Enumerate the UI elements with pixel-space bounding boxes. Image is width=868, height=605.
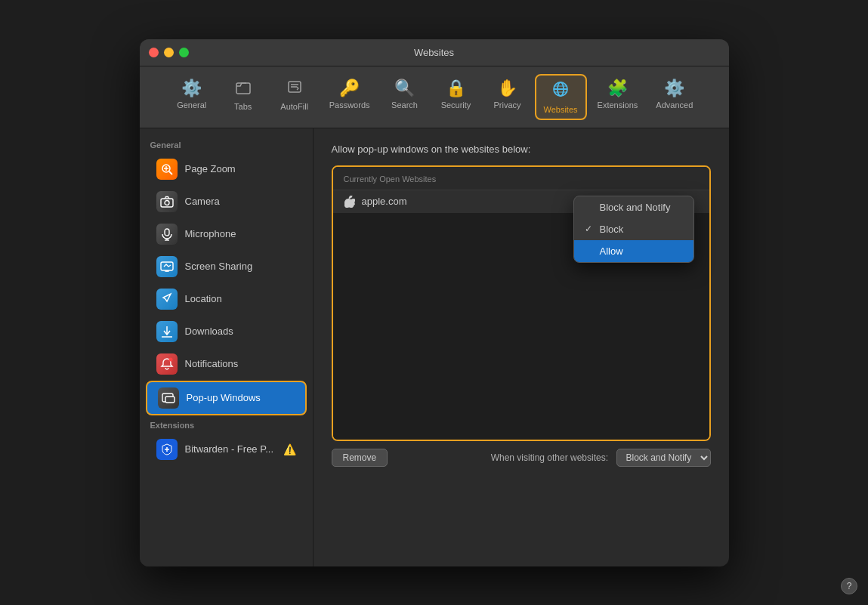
toolbar-label-autofill: AutoFill: [280, 102, 308, 111]
toolbar-item-autofill[interactable]: AutoFill: [270, 74, 319, 120]
toolbar-item-search[interactable]: 🔍 Search: [381, 74, 429, 120]
advanced-icon: ⚙️: [664, 79, 684, 98]
site-name: apple.com: [362, 196, 407, 207]
sidebar-item-downloads[interactable]: Downloads: [146, 316, 307, 347]
toolbar-item-security[interactable]: 🔒 Security: [432, 74, 480, 120]
main-window: Websites ⚙️ General Tabs: [140, 39, 729, 566]
dropdown-label-block: Block: [600, 224, 624, 235]
toolbar-item-general[interactable]: ⚙️ General: [168, 74, 216, 120]
toolbar-label-advanced: Advanced: [656, 100, 693, 110]
screen-sharing-icon: [156, 256, 178, 277]
toolbar-label-privacy: Privacy: [493, 100, 520, 110]
sidebar-label-page-zoom: Page Zoom: [185, 163, 236, 174]
svg-rect-0: [236, 83, 250, 94]
websites-table: Currently Open Websites apple.com: [332, 165, 711, 441]
sidebar-label-location: Location: [185, 293, 222, 304]
page-description: Allow pop-up windows on the websites bel…: [332, 144, 711, 155]
visiting-control: When visiting other websites: Block and …: [491, 449, 711, 467]
visiting-select[interactable]: Block and Notify Block Allow: [616, 449, 711, 467]
maximize-button[interactable]: [179, 48, 189, 57]
dropdown-label-block-notify: Block and Notify: [600, 202, 671, 213]
minimize-button[interactable]: [164, 48, 174, 57]
sidebar-item-screen-sharing[interactable]: Screen Sharing: [146, 251, 307, 282]
notifications-icon: [156, 353, 178, 375]
close-button[interactable]: [149, 48, 159, 57]
toolbar-label-tabs: Tabs: [234, 102, 252, 111]
bottom-bar: Remove When visiting other websites: Blo…: [332, 441, 711, 467]
location-icon: [156, 289, 178, 310]
extensions-icon: 🧩: [607, 79, 628, 98]
toolbar-item-privacy[interactable]: ✋ Privacy: [483, 74, 532, 120]
page-zoom-icon: [156, 159, 178, 180]
check-none-1: [585, 202, 595, 212]
sidebar-label-popup-windows: Pop-up Windows: [187, 392, 261, 403]
warning-icon: ⚠️: [283, 443, 296, 455]
microphone-icon: [156, 224, 178, 245]
sidebar-item-notifications[interactable]: Notifications: [146, 348, 307, 380]
sidebar-label-bitwarden: Bitwarden - Free P...: [185, 443, 274, 455]
websites-icon: [551, 80, 570, 103]
sidebar-section-extensions: Extensions: [140, 416, 313, 433]
downloads-icon: [156, 321, 178, 342]
sidebar-item-popup-windows[interactable]: Pop-up Windows: [146, 381, 307, 415]
check-none-2: [585, 245, 595, 256]
camera-icon: [156, 191, 178, 212]
search-icon: 🔍: [394, 79, 415, 98]
toolbar-label-security: Security: [441, 100, 471, 110]
dropdown-item-allow[interactable]: Allow: [574, 240, 693, 262]
sidebar-label-camera: Camera: [185, 196, 220, 207]
sidebar-item-page-zoom[interactable]: Page Zoom: [146, 153, 307, 185]
visiting-label: When visiting other websites:: [491, 452, 608, 463]
autofill-icon: [286, 79, 303, 100]
content-area: General Page Zoom: [140, 128, 729, 566]
svg-point-23: [168, 357, 172, 361]
svg-rect-15: [165, 229, 169, 236]
bitwarden-icon: [156, 439, 178, 460]
toolbar-label-search: Search: [391, 100, 418, 110]
window-title: Websites: [414, 47, 454, 58]
toolbar: ⚙️ General Tabs AutoFill: [140, 66, 729, 128]
toolbar-item-passwords[interactable]: 🔑 Passwords: [322, 74, 378, 120]
dropdown-item-block[interactable]: ✓ Block: [574, 218, 693, 240]
table-header: Currently Open Websites: [333, 167, 709, 190]
table-header-text: Currently Open Websites: [344, 174, 437, 184]
dropdown-menu: Block and Notify ✓ Block Allow: [573, 196, 694, 263]
check-mark-icon: ✓: [585, 224, 595, 234]
general-icon: ⚙️: [181, 79, 202, 98]
sidebar-item-bitwarden[interactable]: Bitwarden - Free P... ⚠️: [146, 434, 307, 465]
security-icon: 🔒: [446, 79, 466, 98]
svg-line-10: [169, 171, 172, 174]
table-row-left: apple.com: [344, 196, 407, 208]
sidebar-item-camera[interactable]: Camera: [146, 186, 307, 218]
svg-rect-18: [161, 262, 173, 270]
privacy-icon: ✋: [497, 79, 517, 98]
popup-icon: [158, 387, 179, 409]
sidebar-item-location[interactable]: Location: [146, 283, 307, 315]
traffic-lights: [149, 48, 189, 57]
dropdown-label-allow: Allow: [600, 245, 623, 257]
remove-button[interactable]: Remove: [332, 449, 388, 467]
sidebar-label-screen-sharing: Screen Sharing: [185, 261, 253, 272]
toolbar-item-advanced[interactable]: ⚙️ Advanced: [648, 74, 700, 120]
sidebar: General Page Zoom: [140, 128, 314, 566]
tabs-icon: [235, 79, 252, 100]
sidebar-label-microphone: Microphone: [185, 228, 236, 239]
toolbar-item-tabs[interactable]: Tabs: [219, 74, 267, 120]
apple-icon: [344, 196, 356, 208]
toolbar-label-websites: Websites: [544, 105, 578, 114]
svg-rect-13: [161, 199, 173, 207]
svg-point-14: [165, 200, 169, 205]
sidebar-item-microphone[interactable]: Microphone: [146, 218, 307, 250]
sidebar-label-downloads: Downloads: [185, 326, 233, 337]
sidebar-label-notifications: Notifications: [185, 358, 239, 369]
passwords-icon: 🔑: [339, 79, 360, 98]
toolbar-label-passwords: Passwords: [329, 100, 370, 110]
titlebar: Websites: [140, 39, 729, 66]
toolbar-item-extensions[interactable]: 🧩 Extensions: [590, 74, 646, 120]
dropdown-item-block-notify[interactable]: Block and Notify: [574, 196, 693, 218]
toolbar-item-websites[interactable]: Websites: [535, 74, 587, 120]
main-content: Allow pop-up windows on the websites bel…: [314, 128, 729, 566]
toolbar-label-extensions: Extensions: [598, 100, 638, 110]
svg-rect-25: [165, 397, 175, 403]
sidebar-section-general: General: [140, 136, 313, 153]
